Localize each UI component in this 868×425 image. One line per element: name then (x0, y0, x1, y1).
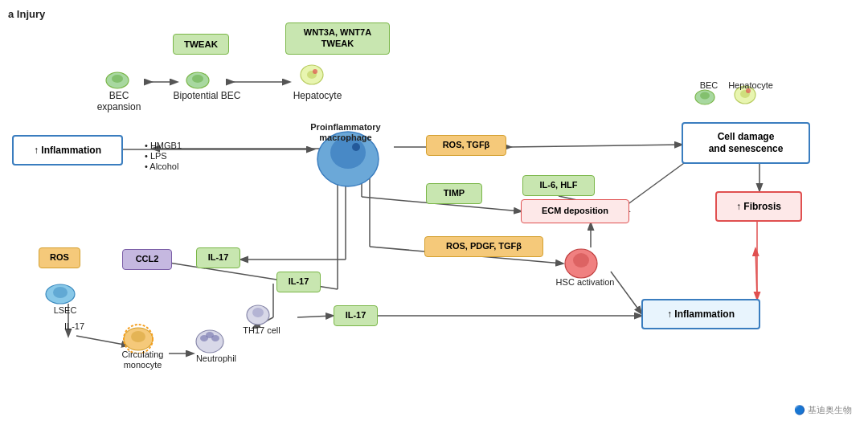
hepatocyte-top-right-label: Hepatocyte (727, 80, 775, 91)
diagram: a Injury (0, 0, 868, 425)
svg-point-37 (352, 143, 360, 151)
timp-box: TIMP (426, 183, 482, 204)
watermark: 🔵 基迪奥生物 (755, 405, 852, 417)
hepatocyte-top-label: Hepatocyte (289, 90, 346, 101)
wnt-tweak-box: WNT3A, WNT7ATWEAK (285, 22, 390, 55)
svg-point-34 (313, 69, 317, 74)
il17-macro-box: IL-17 (196, 247, 240, 268)
tweak-box: TWEAK (173, 34, 229, 55)
hmgb1-list: • HMGB1• LPS• Alcohol (145, 141, 241, 173)
circ-mono-label: Circulatingmonocyte (117, 349, 169, 370)
svg-point-29 (112, 75, 123, 83)
ros-lsec-box: ROS (39, 247, 80, 268)
section-label: a Injury (8, 8, 45, 20)
svg-point-53 (211, 335, 219, 341)
inflammation-up2-box: ↑ Inflammation (641, 299, 760, 329)
svg-point-46 (53, 287, 68, 298)
bipotential-bec-label: Bipotential BEC (173, 90, 241, 101)
ros-pdgf-box: ROS, PDGF, TGFβ (424, 236, 543, 257)
bec-top-right-label: BEC (694, 80, 724, 91)
svg-point-48 (131, 331, 145, 342)
il17-lsec-label: IL-17 (56, 321, 92, 332)
th17-label: TH17 cell (240, 325, 284, 336)
ccl2-box: CCL2 (122, 249, 172, 270)
svg-line-4 (510, 145, 682, 147)
fibrosis-box: ↑ Fibrosis (715, 191, 802, 222)
il6-hlf-box: IL-6, HLF (522, 175, 595, 196)
hsc-label: HSC activation (553, 277, 617, 288)
ecm-box: ECM deposition (521, 199, 629, 223)
lsec-icon (44, 280, 76, 309)
ros-tgfb-box: ROS, TGFβ (426, 135, 506, 156)
hepatocyte-top-icon (297, 60, 326, 92)
il17-out-box: IL-17 (334, 305, 378, 326)
lsec-label: LSEC (50, 305, 80, 316)
svg-point-44 (573, 253, 589, 268)
svg-line-8 (627, 157, 693, 205)
il17-th17-box: IL-17 (276, 272, 321, 292)
svg-line-14 (755, 249, 757, 299)
inflammation-up-box: ↑ Inflammation (12, 135, 123, 166)
bec-expansion-icon (103, 64, 132, 96)
svg-line-25 (297, 316, 333, 317)
svg-point-55 (252, 308, 264, 317)
svg-point-31 (192, 75, 203, 83)
neutrophil-label: Neutrophil (193, 353, 240, 364)
svg-point-39 (700, 92, 710, 100)
cell-damage-box: Cell damageand senescence (682, 122, 810, 164)
proinflammatory-label: Proinflammatorymacrophage (309, 122, 382, 143)
